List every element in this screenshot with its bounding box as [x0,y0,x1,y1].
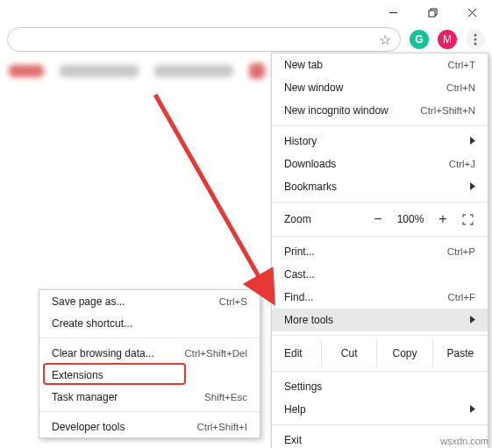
svg-rect-2 [429,11,435,17]
menu-separator [272,335,488,336]
menu-shortcut: Ctrl+Shift+I [196,422,247,432]
annotation-highlight-box [43,363,186,385]
menu-label: Cast... [284,268,315,281]
submenu-save-page[interactable]: Save page as... Ctrl+S [39,290,260,312]
svg-point-5 [474,34,477,37]
window-controls [374,0,492,25]
menu-new-incognito[interactable]: New incognito window Ctrl+Shift+N [272,99,488,122]
menu-label: Help [284,403,306,416]
menu-label: Developer tools [52,421,125,433]
menu-label: Downloads [284,158,336,170]
submenu-arrow-icon [470,315,475,325]
menu-zoom-row: Zoom − 100% + [272,206,488,232]
chrome-main-menu: New tab Ctrl+T New window Ctrl+N New inc… [271,53,488,448]
svg-point-6 [474,39,477,41]
browser-toolbar: ☆ G M [0,26,492,53]
menu-separator [39,411,260,412]
submenu-arrow-icon [470,181,475,192]
menu-label: Create shortcut... [52,317,132,330]
menu-bookmarks[interactable]: Bookmarks [272,175,488,198]
menu-label: Settings [284,380,322,393]
menu-shortcut: Ctrl+F [447,292,475,302]
bookmark-star-icon[interactable]: ☆ [379,32,391,48]
zoom-in-button[interactable]: + [430,211,456,227]
menu-separator [272,202,488,203]
menu-label: New tab [284,59,323,71]
edit-copy-button[interactable]: Copy [376,339,431,367]
menu-cast[interactable]: Cast... [272,263,488,286]
extension-grammarly-icon[interactable]: G [410,30,429,49]
watermark-text: wsxdn.com [440,436,488,446]
edit-cut-button[interactable]: Cut [321,339,376,367]
menu-label: Print... [284,245,315,258]
menu-label: Find... [284,291,313,303]
annotation-arrow [148,88,284,307]
menu-shortcut: Ctrl+T [447,60,475,70]
menu-edit-row: Edit Cut Copy Paste [272,339,488,367]
menu-shortcut: Ctrl+J [449,159,475,169]
menu-separator [272,236,488,237]
menu-label: Edit [272,339,321,367]
menu-label: History [284,135,317,147]
menu-shortcut: Ctrl+N [446,82,475,93]
menu-label: More tools [284,314,333,326]
maximize-button[interactable] [413,0,453,25]
menu-label: New incognito window [284,104,389,117]
address-bar[interactable]: ☆ [7,27,401,52]
menu-label: Zoom [284,213,365,225]
menu-settings[interactable]: Settings [272,375,488,398]
page-content-blurred [0,63,265,79]
menu-label: Bookmarks [284,181,337,193]
menu-shortcut: Ctrl+P [447,246,475,257]
menu-help[interactable]: Help [272,398,488,421]
submenu-create-shortcut[interactable]: Create shortcut... [39,312,260,334]
menu-separator [39,338,260,338]
profile-avatar[interactable]: M [438,30,457,49]
menu-shortcut: Ctrl+Shift+N [420,105,475,116]
menu-separator [272,424,488,425]
menu-print[interactable]: Print... Ctrl+P [272,240,488,263]
zoom-value: 100% [391,213,430,225]
menu-label: New window [284,82,343,94]
menu-history[interactable]: History [272,130,488,153]
menu-downloads[interactable]: Downloads Ctrl+J [272,153,488,175]
zoom-out-button[interactable]: − [365,211,391,227]
menu-separator [272,371,488,372]
menu-more-tools[interactable]: More tools [272,309,488,331]
menu-label: Exit [284,434,302,446]
menu-shortcut: Ctrl+Shift+Del [184,348,247,359]
menu-new-tab[interactable]: New tab Ctrl+T [272,53,488,76]
edit-paste-button[interactable]: Paste [432,339,488,367]
menu-find[interactable]: Find... Ctrl+F [272,286,488,309]
menu-label: Clear browsing data... [52,347,154,359]
chrome-menu-button[interactable] [466,30,485,49]
svg-line-8 [155,95,271,298]
fullscreen-button[interactable] [456,214,479,225]
submenu-arrow-icon [470,136,475,146]
menu-separator [272,125,488,126]
submenu-task-manager[interactable]: Task manager Shift+Esc [39,386,260,408]
menu-new-window[interactable]: New window Ctrl+N [272,76,488,99]
submenu-developer-tools[interactable]: Developer tools Ctrl+Shift+I [39,416,260,437]
submenu-clear-browsing[interactable]: Clear browsing data... Ctrl+Shift+Del [39,342,260,364]
close-button[interactable] [453,0,492,25]
menu-shortcut: Ctrl+S [219,296,247,307]
menu-label: Save page as... [52,295,125,308]
svg-point-7 [474,43,477,46]
minimize-button[interactable] [374,0,413,25]
submenu-arrow-icon [470,404,475,415]
menu-shortcut: Shift+Esc [204,392,247,402]
menu-label: Task manager [52,391,118,403]
